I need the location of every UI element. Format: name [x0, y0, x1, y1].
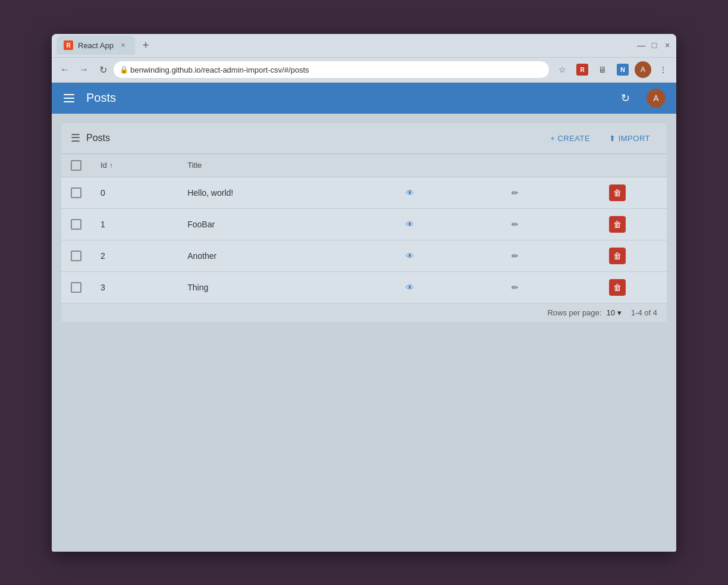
- id-column-header[interactable]: Id ↑: [91, 154, 178, 177]
- refresh-button[interactable]: ↻: [614, 87, 636, 109]
- browser-tab[interactable]: R React App ×: [57, 36, 135, 55]
- row-checkbox-2[interactable]: [71, 251, 81, 261]
- create-button[interactable]: + CREATE: [543, 130, 597, 146]
- view-button-3[interactable]: 👁: [400, 278, 419, 297]
- app-header: Posts ↻ A: [52, 83, 676, 114]
- maximize-button[interactable]: □: [650, 41, 658, 49]
- edit-button-3[interactable]: ✏: [506, 278, 525, 297]
- row-view-cell: 👁: [357, 240, 463, 271]
- row-delete-cell: 🗑: [568, 240, 667, 271]
- row-view-cell: 👁: [357, 271, 463, 303]
- address-wrapper: 🔒: [114, 61, 549, 78]
- view-button-1[interactable]: 👁: [400, 215, 419, 234]
- row-checkbox-cell: [61, 208, 91, 240]
- table-row: 3 Thing 👁 ✏ 🗑: [61, 271, 667, 303]
- row-id-cell: 3: [91, 271, 178, 303]
- tab-title: React App: [78, 41, 114, 50]
- view-button-0[interactable]: 👁: [400, 183, 419, 202]
- id-column-label: Id: [101, 161, 107, 170]
- row-edit-cell: ✏: [463, 177, 568, 208]
- table-row: 2 Another 👁 ✏ 🗑: [61, 240, 667, 271]
- rows-per-page-select[interactable]: 10 ▾: [606, 308, 621, 317]
- app-area: Posts ↻ A ☰ Posts + CREATE: [52, 83, 676, 552]
- table-row: 1 FooBar 👁 ✏ 🗑: [61, 208, 667, 240]
- delete-button-1[interactable]: 🗑: [609, 216, 626, 233]
- actions-column-header: [357, 154, 463, 177]
- rows-per-page-value: 10: [606, 308, 614, 317]
- reload-button[interactable]: ↻: [95, 61, 111, 78]
- edit-button-1[interactable]: ✏: [506, 215, 525, 234]
- toolbar-icons: ☆ R 🖥 N A ⋮: [554, 61, 671, 78]
- list-view-icon: ☰: [71, 132, 80, 145]
- tab-favicon: R: [64, 40, 73, 50]
- row-checkbox-cell: [61, 271, 91, 303]
- edit-button-2[interactable]: ✏: [506, 246, 525, 265]
- window-controls: — □ ×: [637, 41, 671, 49]
- posts-header-left: ☰ Posts: [71, 132, 543, 145]
- title-column-header: Title: [178, 154, 357, 177]
- import-icon: ⬆: [609, 134, 616, 143]
- pagination-row: Rows per page: 10 ▾ 1-4 of 4: [61, 304, 667, 322]
- security-lock-icon: 🔒: [120, 65, 128, 74]
- create-label: CREATE: [557, 134, 590, 143]
- create-icon: +: [550, 134, 555, 143]
- edit-column-header: [463, 154, 568, 177]
- row-checkbox-1[interactable]: [71, 219, 81, 230]
- row-checkbox-3[interactable]: [71, 282, 81, 293]
- data-table: Id ↑ Title: [61, 154, 667, 304]
- row-delete-cell: 🗑: [568, 177, 667, 208]
- profile-avatar[interactable]: A: [635, 61, 651, 78]
- row-delete-cell: 🗑: [568, 208, 667, 240]
- row-id-cell: 0: [91, 177, 178, 208]
- cast-icon[interactable]: 🖥: [594, 61, 611, 78]
- table-row: 0 Hello, world! 👁 ✏ 🗑: [61, 177, 667, 208]
- address-bar: ← → ↻ 🔒 ☆ R 🖥 N A ⋮: [52, 58, 676, 83]
- row-title-cell: Another: [178, 240, 357, 271]
- row-id-cell: 2: [91, 240, 178, 271]
- rows-dropdown-icon: ▾: [617, 308, 622, 317]
- extension-icon-1[interactable]: R: [574, 61, 591, 78]
- tab-close-button[interactable]: ×: [118, 40, 128, 50]
- delete-button-2[interactable]: 🗑: [609, 248, 626, 264]
- select-all-header: [61, 154, 91, 177]
- title-bar: R React App × + — □ ×: [52, 34, 676, 58]
- account-button[interactable]: A: [645, 87, 667, 109]
- row-delete-cell: 🗑: [568, 271, 667, 303]
- new-tab-button[interactable]: +: [137, 37, 154, 54]
- row-edit-cell: ✏: [463, 240, 568, 271]
- menu-icon[interactable]: ⋮: [655, 61, 671, 78]
- select-all-checkbox[interactable]: [71, 160, 81, 171]
- table-header: Id ↑ Title: [61, 154, 667, 177]
- minimize-button[interactable]: —: [637, 41, 645, 49]
- row-checkbox-cell: [61, 177, 91, 208]
- row-title-cell: FooBar: [178, 208, 357, 240]
- back-button[interactable]: ←: [57, 61, 73, 78]
- posts-section: ☰ Posts + CREATE ⬆ IMPORT: [61, 123, 667, 322]
- row-title-cell: Hello, world!: [178, 177, 357, 208]
- hamburger-menu-button[interactable]: [61, 92, 77, 105]
- forward-button[interactable]: →: [76, 61, 92, 78]
- app-header-title: Posts: [86, 91, 605, 105]
- row-edit-cell: ✏: [463, 208, 568, 240]
- close-button[interactable]: ×: [663, 41, 671, 49]
- delete-button-3[interactable]: 🗑: [609, 279, 626, 296]
- delete-button-0[interactable]: 🗑: [609, 184, 626, 201]
- row-id-cell: 1: [91, 208, 178, 240]
- extension-icon-2[interactable]: N: [614, 61, 631, 78]
- posts-header: ☰ Posts + CREATE ⬆ IMPORT: [61, 123, 667, 154]
- row-checkbox-cell: [61, 240, 91, 271]
- import-label: IMPORT: [619, 134, 650, 143]
- edit-button-0[interactable]: ✏: [506, 183, 525, 202]
- row-view-cell: 👁: [357, 208, 463, 240]
- rows-per-page-label: Rows per page:: [547, 308, 601, 317]
- browser-window: R React App × + — □ × ← → ↻ 🔒 ☆ R 🖥 N: [52, 34, 676, 552]
- row-checkbox-0[interactable]: [71, 187, 81, 198]
- import-button[interactable]: ⬆ IMPORT: [602, 130, 657, 146]
- address-input[interactable]: [114, 61, 549, 78]
- bookmark-icon[interactable]: ☆: [554, 61, 570, 78]
- view-button-2[interactable]: 👁: [400, 246, 419, 265]
- sort-asc-icon: ↑: [109, 161, 113, 170]
- page-info: 1-4 of 4: [631, 308, 657, 317]
- content-area: ☰ Posts + CREATE ⬆ IMPORT: [52, 114, 676, 552]
- row-view-cell: 👁: [357, 177, 463, 208]
